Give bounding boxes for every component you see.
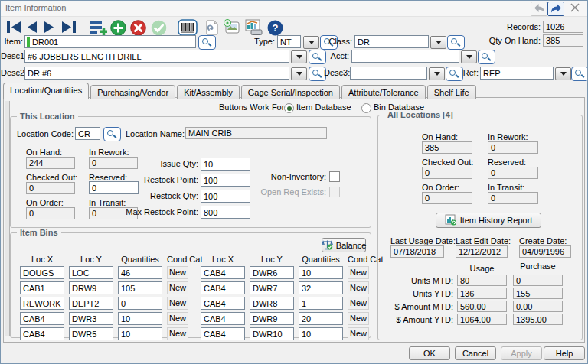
bin-locx-input[interactable] (20, 297, 64, 310)
desc2-input[interactable] (24, 67, 289, 80)
location-code-search-button[interactable] (103, 127, 121, 141)
type-dropdown[interactable] (303, 36, 319, 49)
item-information-window: Item Information ? Records: 1026 Qty On … (0, 0, 588, 364)
bin-locy-input[interactable] (250, 312, 294, 325)
bin-locy-input[interactable] (250, 281, 294, 294)
bin-locy-input[interactable] (69, 297, 113, 310)
class-input[interactable] (354, 35, 429, 48)
desc2-dropdown[interactable] (291, 67, 307, 80)
bin-qty-input[interactable] (118, 327, 162, 340)
records-value: 1026 (543, 21, 583, 33)
location-code-input[interactable] (75, 127, 100, 140)
ref-dropdown[interactable] (555, 67, 571, 80)
non-inventory-checkbox[interactable] (329, 171, 340, 182)
bin-locy-input[interactable] (69, 266, 113, 279)
restock-point-input[interactable] (201, 174, 250, 187)
bin-qty-input[interactable] (299, 312, 343, 325)
bin-qty-input[interactable] (118, 312, 162, 325)
chevron-down-icon (309, 41, 315, 44)
bin-locy-input[interactable] (69, 281, 113, 294)
bin-locy-input[interactable] (250, 266, 294, 279)
tab-attribute-tolerance[interactable]: Attribute/Tolerance (341, 85, 426, 99)
report-print-button[interactable] (244, 19, 263, 38)
bin-qty-input[interactable] (118, 281, 162, 294)
bin-locx-input[interactable] (20, 266, 64, 279)
item-bins-title: Item Bins (17, 228, 61, 237)
bin-qty-input[interactable] (299, 266, 343, 279)
amount-ytd-purchase-value: 1395.00 (513, 314, 563, 325)
desc3-dropdown[interactable] (429, 67, 445, 80)
tab-shelf-life[interactable]: Shelf Life (427, 85, 476, 99)
bin-locx-input[interactable] (20, 281, 64, 294)
max-restock-point-input[interactable] (201, 206, 250, 219)
acct-dropdown[interactable] (461, 50, 477, 63)
bin-locx-input[interactable] (20, 327, 64, 340)
bin-locy-input[interactable] (69, 327, 113, 340)
bin-qty-input[interactable] (299, 327, 343, 340)
restock-qty-label: Restock Qty: (118, 191, 198, 201)
balance-button[interactable]: Balance (322, 238, 366, 252)
bin-locx-input[interactable] (201, 327, 245, 340)
tab-kit-assembly[interactable]: Kit/Assembly (177, 85, 240, 99)
bin-locx-input[interactable] (201, 297, 245, 310)
item-label: Item: (4, 37, 23, 47)
bin-qty-input[interactable] (118, 266, 162, 279)
desc1-dropdown[interactable] (291, 50, 307, 63)
desc3-input[interactable] (350, 67, 427, 80)
class-search-button[interactable] (447, 35, 465, 50)
location-name-label: Location Name: (126, 129, 185, 139)
desc1-search-button[interactable] (309, 50, 326, 64)
all-in-transit-value: 0 (488, 192, 538, 204)
left-splitter (5, 101, 10, 336)
desc3-search-button[interactable] (446, 67, 463, 81)
item-input[interactable] (24, 35, 196, 48)
search-icon (449, 37, 462, 47)
bin-locy-input[interactable] (69, 312, 113, 325)
redo-button[interactable] (547, 2, 564, 16)
last-record-button[interactable] (61, 21, 76, 35)
first-record-button[interactable] (7, 21, 21, 35)
bin-qty-input[interactable] (299, 297, 343, 310)
image-button[interactable] (223, 19, 240, 37)
radio-item-database[interactable] (284, 103, 294, 113)
next-record-button[interactable] (44, 21, 55, 35)
bin-locx-input[interactable] (201, 281, 245, 294)
bin-qty-input[interactable] (118, 297, 162, 310)
item-bins-right-table: Loc X Loc Y Quantities Cond Cat New New … (201, 255, 369, 340)
ref-input[interactable] (480, 67, 554, 80)
undo-button[interactable] (531, 2, 547, 16)
col-header-quantities: Quantities (118, 255, 162, 264)
acct-search-button[interactable] (478, 50, 495, 64)
radio-item-database-label[interactable]: Item Database (296, 102, 351, 112)
amount-ytd-label: $ Amount YTD: (384, 315, 453, 325)
ref-label: Ref: (462, 68, 479, 78)
bin-condcat: New (348, 297, 369, 310)
desc1-input[interactable] (24, 50, 289, 63)
help-button[interactable]: Help (544, 346, 585, 360)
bin-locx-input[interactable] (20, 312, 64, 325)
tab-location-quantities[interactable]: Location/Quantities (3, 83, 89, 99)
close-button[interactable] (570, 3, 584, 14)
tab-gage-serial-inspection[interactable]: Gage Serial/Inspection (241, 85, 340, 99)
bin-qty-input[interactable] (299, 281, 343, 294)
ref-search-button[interactable] (571, 67, 588, 81)
previous-record-button[interactable] (26, 21, 38, 35)
restock-qty-input[interactable] (201, 190, 250, 203)
bin-locy-input[interactable] (250, 327, 294, 340)
type-input[interactable] (277, 35, 301, 48)
bin-locy-input[interactable] (250, 297, 294, 310)
cancel-button[interactable]: Cancel (455, 346, 496, 360)
acct-label: Acct: (328, 51, 349, 61)
item-history-report-button[interactable]: Item History Report (436, 213, 541, 228)
bin-locx-input[interactable] (201, 266, 245, 279)
search-icon (480, 51, 492, 62)
acct-input[interactable] (351, 50, 459, 63)
bin-locx-input[interactable] (201, 312, 245, 325)
item-search-button[interactable] (198, 35, 216, 50)
tab-purchasing-vendor[interactable]: Purchasing/Vendor (90, 85, 175, 99)
radio-bin-database[interactable] (361, 103, 371, 113)
ok-button[interactable]: OK (409, 346, 450, 360)
issue-qty-input[interactable] (201, 158, 250, 171)
class-dropdown[interactable] (430, 36, 446, 49)
records-label: Records: (468, 22, 541, 32)
